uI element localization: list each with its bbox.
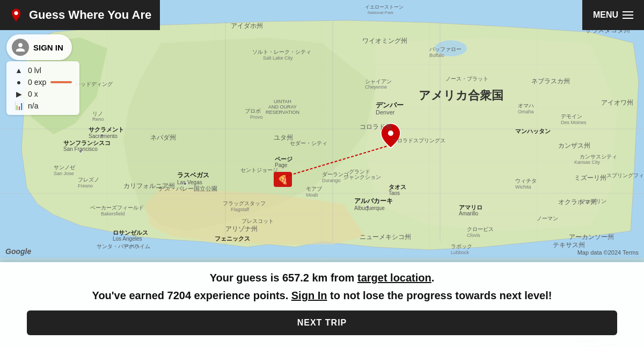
svg-text:Des Moines: Des Moines bbox=[561, 120, 587, 125]
svg-text:Los Angeles: Los Angeles bbox=[113, 236, 142, 242]
svg-text:アマリロ: アマリロ bbox=[459, 204, 482, 211]
exp-bar bbox=[50, 81, 72, 83]
svg-text:アーカンソー州: アーカンソー州 bbox=[569, 233, 614, 241]
svg-text:Moab: Moab bbox=[306, 192, 318, 198]
result-end: . bbox=[431, 272, 435, 284]
result-panel: Your guess is 657.2 km from target locat… bbox=[0, 262, 644, 347]
svg-text:フラッグスタッフ: フラッグスタッフ bbox=[223, 200, 266, 206]
svg-text:サクラメント: サクラメント bbox=[89, 126, 124, 133]
svg-text:ジョプリン: ジョプリン bbox=[580, 198, 606, 204]
hamburger-icon bbox=[623, 11, 633, 19]
svg-text:クロービス: クロービス bbox=[467, 226, 494, 232]
svg-text:Amarillo: Amarillo bbox=[459, 211, 479, 216]
svg-text:Taos: Taos bbox=[389, 190, 400, 196]
exp-icon: ● bbox=[14, 77, 24, 87]
svg-text:Albuquerque: Albuquerque bbox=[354, 205, 385, 211]
svg-text:Las Vegas: Las Vegas bbox=[177, 179, 202, 185]
svg-text:Salt Lake City: Salt Lake City bbox=[263, 55, 293, 61]
svg-text:ページ: ページ bbox=[275, 156, 292, 162]
map-attribution: Map data ©2024 Terms bbox=[577, 249, 639, 256]
svg-text:テキサス州: テキサス州 bbox=[553, 241, 585, 249]
stats-panel: ▲ 0 lvl ● 0 exp ▶ 0 x 📊 n/a bbox=[6, 61, 79, 115]
stat-row-multiplier: ▶ 0 x bbox=[14, 89, 72, 99]
xp-middle: experience points. bbox=[191, 290, 291, 301]
svg-text:ニューメキシコ州: ニューメキシコ州 bbox=[360, 233, 411, 241]
result-middle: from bbox=[327, 272, 357, 284]
menu-button[interactable]: MENU bbox=[582, 0, 644, 30]
svg-text:バッファロー: バッファロー bbox=[429, 46, 462, 52]
svg-text:ミズーリ州: ミズーリ州 bbox=[574, 174, 606, 182]
svg-text:セダー・シティ: セダー・シティ bbox=[290, 140, 327, 146]
sign-in-label: SIGN IN bbox=[33, 43, 63, 52]
svg-text:Sacramento: Sacramento bbox=[89, 133, 118, 139]
svg-text:San Jose: San Jose bbox=[54, 171, 74, 176]
svg-text:ウィチタ: ウィチタ bbox=[515, 178, 537, 184]
svg-text:Cheyenne: Cheyenne bbox=[365, 84, 387, 90]
menu-label: MENU bbox=[593, 10, 618, 20]
svg-text:ワイオミング州: ワイオミング州 bbox=[362, 37, 407, 45]
svg-text:Durango: Durango bbox=[322, 178, 341, 183]
svg-text:デモイン: デモイン bbox=[561, 113, 582, 119]
svg-text:Omaha: Omaha bbox=[518, 109, 534, 114]
svg-text:マンハッタン: マンハッタン bbox=[515, 128, 551, 134]
svg-text:プレスコット: プレスコット bbox=[241, 218, 274, 224]
svg-text:カンザス州: カンザス州 bbox=[558, 142, 590, 149]
svg-text:Kansas City: Kansas City bbox=[574, 160, 601, 165]
svg-text:レッドディング: レッドディング bbox=[75, 81, 113, 87]
sign-in-area[interactable]: SIGN IN bbox=[6, 34, 72, 60]
svg-text:デス・バレー国立公園: デス・バレー国立公園 bbox=[158, 185, 217, 192]
svg-text:San Francisco: San Francisco bbox=[63, 146, 98, 152]
stat-row-rank: 📊 n/a bbox=[14, 101, 72, 111]
rank-icon: 📊 bbox=[14, 101, 24, 111]
rank-value: n/a bbox=[28, 102, 38, 110]
svg-text:モアブ: モアブ bbox=[306, 186, 323, 192]
svg-text:Provo: Provo bbox=[250, 114, 263, 120]
svg-text:フレズノ: フレズノ bbox=[78, 177, 99, 183]
svg-text:アリゾナ州: アリゾナ州 bbox=[225, 225, 258, 233]
svg-text:ラボック: ラボック bbox=[451, 243, 472, 249]
svg-text:サンフランシスコ: サンフランシスコ bbox=[63, 140, 111, 146]
google-logo: Google bbox=[5, 247, 31, 256]
svg-text:ノース・プラット: ノース・プラット bbox=[445, 76, 488, 82]
svg-text:ベーカーズフィールド: ベーカーズフィールド bbox=[90, 205, 144, 211]
svg-text:カンサスシティ: カンサスシティ bbox=[580, 154, 617, 160]
level-icon: ▲ bbox=[14, 66, 24, 75]
result-prefix: Your guess is bbox=[210, 272, 282, 284]
svg-text:スプリングフィールド: スプリングフィールド bbox=[606, 172, 644, 178]
target-location-link[interactable]: target location bbox=[357, 272, 431, 284]
svg-text:コロラド州: コロラド州 bbox=[360, 123, 392, 131]
svg-text:Clovis: Clovis bbox=[467, 233, 480, 238]
result-distance: 657.2 km bbox=[282, 272, 328, 284]
svg-text:Bakersfield: Bakersfield bbox=[101, 211, 125, 216]
svg-text:Denver: Denver bbox=[376, 109, 395, 115]
logo-pin-icon bbox=[9, 8, 24, 23]
multiplier-value: 0 x bbox=[28, 90, 38, 98]
result-xp-line: You've earned 7204 experience points. Si… bbox=[21, 290, 623, 302]
svg-text:ソルト・レーク・シティ: ソルト・レーク・シティ bbox=[252, 49, 311, 55]
level-value: 0 lvl bbox=[28, 66, 41, 75]
svg-text:ジャンクション: ジャンクション bbox=[343, 174, 381, 180]
xp-prefix: You've earned bbox=[92, 290, 167, 301]
svg-text:ネバダ州: ネバダ州 bbox=[150, 134, 176, 141]
svg-text:ノーマン: ノーマン bbox=[537, 215, 558, 221]
svg-text:Buffalo: Buffalo bbox=[429, 53, 444, 58]
svg-text:Lubbock: Lubbock bbox=[451, 250, 470, 255]
svg-text:ネブラスカ州: ネブラスカ州 bbox=[531, 77, 570, 85]
next-trip-button[interactable]: NEXT TRIP bbox=[27, 310, 617, 335]
sign-in-link[interactable]: Sign In bbox=[291, 290, 327, 301]
svg-text:リノ: リノ bbox=[92, 111, 103, 117]
stat-row-exp: ● 0 exp bbox=[14, 77, 72, 87]
logo-area: Guess Where You Are bbox=[0, 0, 160, 30]
svg-text:UINTAH: UINTAH bbox=[274, 99, 291, 104]
svg-text:コロラドスプリングス: コロラドスプリングス bbox=[392, 138, 445, 143]
exp-value: 0 exp bbox=[28, 78, 46, 86]
stat-row-level: ▲ 0 lvl bbox=[14, 66, 72, 75]
svg-text:デンバー: デンバー bbox=[376, 101, 404, 109]
svg-text:🍕: 🍕 bbox=[277, 175, 288, 185]
svg-text:サンタ・バーバラ: サンタ・バーバラ bbox=[97, 243, 140, 249]
svg-text:オマハ: オマハ bbox=[518, 103, 534, 109]
svg-text:アイオワ州: アイオワ州 bbox=[601, 99, 633, 106]
svg-text:サンノゼ: サンノゼ bbox=[54, 164, 76, 170]
svg-text:フェニックス: フェニックス bbox=[215, 235, 250, 242]
svg-text:ロサンゼルス: ロサンゼルス bbox=[113, 229, 148, 236]
